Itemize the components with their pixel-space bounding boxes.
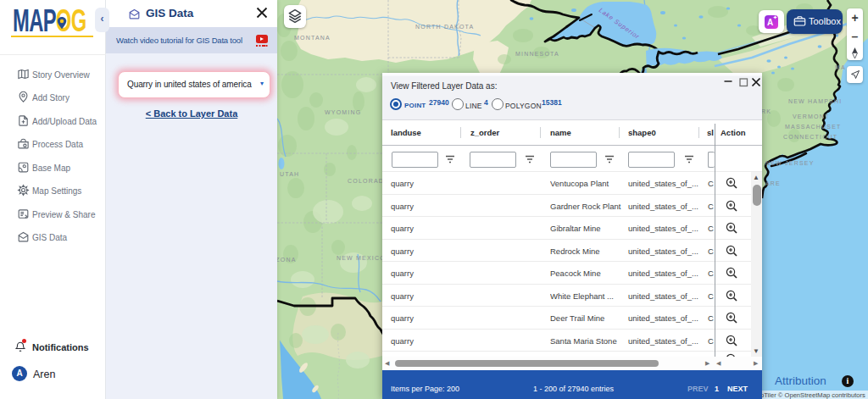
svg-text:ARE: ARE — [765, 180, 781, 186]
svg-text:MASSACHUSET: MASSACHUSET — [785, 124, 842, 130]
svg-text:MINNESOTA: MINNESOTA — [515, 51, 559, 57]
svg-text:ARIZONA: ARIZONA — [277, 257, 297, 263]
svg-text:VERMONT: VERMONT — [793, 114, 829, 119]
svg-text:NORTH DAKOTA: NORTH DAKOTA — [415, 24, 474, 30]
svg-text:MONTANA: MONTANA — [294, 35, 331, 41]
svg-text:NEW HAMPSHI: NEW HAMPSHI — [788, 98, 842, 104]
svg-text:CONNECTICUT: CONNECTICUT — [783, 134, 837, 140]
svg-text:WYOMING: WYOMING — [325, 109, 361, 115]
svg-text:MA: MA — [835, 64, 846, 70]
svg-text:RK: RK — [761, 108, 771, 114]
svg-text:NEW JERSEY: NEW JERSEY — [765, 160, 815, 166]
svg-text:UTAH: UTAH — [280, 171, 299, 177]
svg-text:NEW MEXICO: NEW MEXICO — [337, 255, 386, 261]
